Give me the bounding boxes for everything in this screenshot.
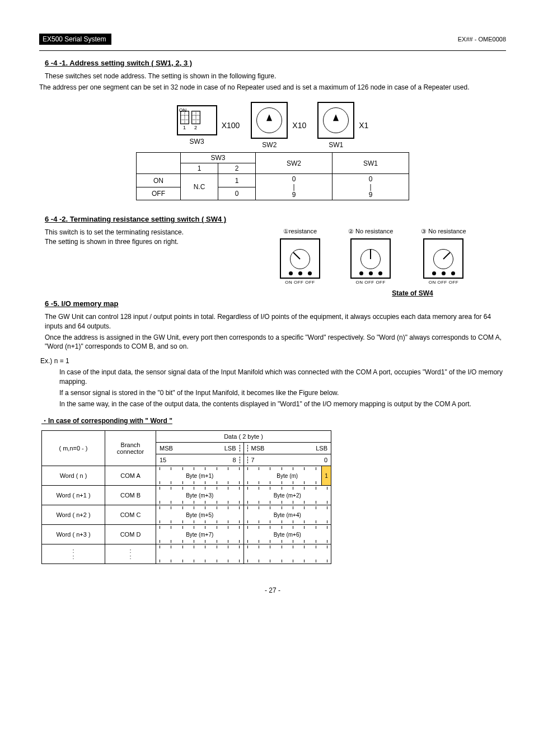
rotary-dial-icon [256, 107, 282, 133]
sw4-description: This switch is to set the terminating re… [45, 228, 269, 247]
cell-off-2: 0 [218, 187, 256, 200]
sw-diagram: ON 1 2 SW3 X100 S [39, 102, 506, 149]
byte-lo-label: Byte (m+2) [271, 492, 303, 499]
caption-sw3: SW3 [190, 138, 204, 145]
label-x10: X10 [292, 121, 306, 130]
sw1-rotary-box [317, 102, 354, 139]
ex-line-3: In the same way, in the case of the outp… [59, 400, 506, 408]
cell-com: COM A [105, 466, 156, 486]
th-msb2: MSB [247, 445, 265, 452]
cell-com: COM D [105, 525, 156, 544]
byte-hi-label: Byte (m+7) [184, 532, 216, 538]
header-divider [39, 50, 506, 51]
p-65-2: Once the address is assigned in the GW U… [45, 333, 506, 351]
th-msb1: MSB [160, 445, 173, 452]
byte-lo-label: Byte (m+4) [271, 512, 303, 518]
cell-nc: N.C [181, 174, 218, 200]
sw3-on-label: ON [179, 107, 187, 113]
sw4-knob-icon [360, 249, 381, 269]
cell-sw1-range: 0 | 9 [332, 174, 409, 200]
cell-word: Word ( n+3 ) [42, 525, 105, 544]
sw4-state-2: ② No resistance ON OFF OFF [348, 228, 393, 285]
heading-642: 6 -4 -2. Terminating resistance setting … [45, 215, 506, 223]
table-row: Word ( n+3 )COM DByte (m+7)Byte (m+6) [42, 525, 331, 544]
page-header: EX500 Serial System EX## - OME0008 [39, 34, 506, 45]
rotary-dial-icon [323, 107, 349, 133]
byte-hi-label: Byte (m+3) [184, 492, 216, 499]
th-branch: Branch connector [105, 431, 156, 466]
label-x1: X1 [359, 121, 368, 130]
byte-lo-label: Byte (m+6) [271, 532, 303, 538]
sw4-label-2: ② No resistance [348, 228, 393, 235]
sw4-label-1: ①resistance [283, 228, 317, 235]
cell-dots: :: [105, 544, 156, 564]
row-on: ON [137, 174, 181, 187]
th-7: 7 [247, 457, 255, 463]
mem-caption: ・In case of corresponding with " Word " [41, 416, 506, 426]
caption-sw2: SW2 [262, 141, 277, 149]
th-sw3-2: 2 [218, 163, 256, 174]
th-sw1: SW1 [332, 153, 409, 174]
sw4-pin-labels: ON OFF OFF [429, 280, 458, 285]
th-8: 8 [232, 457, 240, 463]
page-number: - 27 - [39, 586, 506, 594]
th-lsb2: LSB [316, 445, 327, 452]
sw4-state-3: ③ No resistance ON OFF OFF [421, 228, 466, 285]
bit0-highlight: 1 [321, 466, 331, 485]
th-sw3: SW3 [181, 153, 256, 163]
ex-label: Ex.) n = 1 [40, 356, 506, 365]
sw4-pin-labels: ON OFF OFF [355, 280, 385, 285]
ex-line-2: If a sensor signal is stored in the "0 b… [59, 388, 506, 397]
cell-word: Word ( n ) [42, 466, 105, 486]
p-641-1: These switches set node address. The set… [45, 72, 506, 81]
cell-word: Word ( n+2 ) [42, 505, 105, 525]
th-lsb1: LSB [224, 445, 240, 452]
table-row: Word ( n )COM AByte (m+1)Byte (m)1 [42, 466, 331, 486]
table-row: Word ( n+1 )COM BByte (m+3)Byte (m+2) [42, 486, 331, 505]
th-sw2: SW2 [256, 153, 332, 174]
th-mn: ( m,n=0 - ) [42, 431, 105, 466]
th-data: Data ( 2 byte ) [156, 431, 331, 443]
header-title: EX500 Serial System [39, 34, 111, 45]
row-off: OFF [137, 187, 181, 200]
sw2-rotary-box [251, 102, 288, 139]
heading-641: 6 -4 -1. Address setting switch ( SW1, 2… [45, 59, 506, 67]
th-15: 15 [160, 457, 166, 463]
sw4-pin-labels: ON OFF OFF [285, 280, 315, 285]
th-0: 0 [324, 457, 327, 463]
cell-com: COM B [105, 486, 156, 505]
sw4-state-1: ①resistance ON OFF OFF [280, 228, 320, 285]
dip-num-2: 2 [194, 125, 197, 130]
cell-sw2-range: 0 | 9 [256, 174, 332, 200]
sw4-knob-icon [433, 249, 453, 269]
cell-on-2: 1 [218, 174, 256, 187]
byte-hi-label: Byte (m+5) [184, 512, 216, 518]
sw4-label-3: ③ No resistance [421, 228, 466, 235]
heading-65: 6 -5. I/O memory map [45, 299, 506, 308]
dip-num-1: 1 [183, 125, 186, 130]
p-641-2: The address per one segment can be set i… [39, 83, 506, 92]
label-x100: X100 [222, 121, 240, 130]
memory-map-table: ( m,n=0 - ) Branch connector Data ( 2 by… [41, 430, 331, 564]
state-of-sw4: State of SW4 [319, 289, 506, 297]
cell-dots: :: [42, 544, 105, 564]
p-642-2: The setting is shown in three figures on… [45, 237, 269, 247]
p-642-1: This switch is to set the terminating re… [45, 228, 269, 237]
cell-word: Word ( n+1 ) [42, 486, 105, 505]
sw3-dip-box: ON 1 2 [177, 105, 217, 135]
caption-sw1: SW1 [329, 141, 343, 149]
th-sw3-1: 1 [181, 163, 218, 174]
ex-line-1: In case of the input data, the sensor si… [59, 368, 506, 386]
p-65-1: The GW Unit can control 128 input / outp… [45, 312, 506, 330]
dip-switch-icon [191, 111, 200, 124]
cell-com: COM C [105, 505, 156, 525]
header-doc-id: EX## - OME0008 [458, 36, 506, 43]
table-row: Word ( n+2 )COM CByte (m+5)Byte (m+4) [42, 505, 331, 525]
byte-hi-label: Byte (m+1) [184, 473, 216, 479]
sw-settings-table: SW3 SW2 SW1 1 2 ON N.C 1 0 | 9 0 | 9 OFF… [136, 152, 409, 200]
byte-lo-label: Byte (m) [274, 473, 300, 479]
sw4-knob-icon [290, 249, 310, 269]
